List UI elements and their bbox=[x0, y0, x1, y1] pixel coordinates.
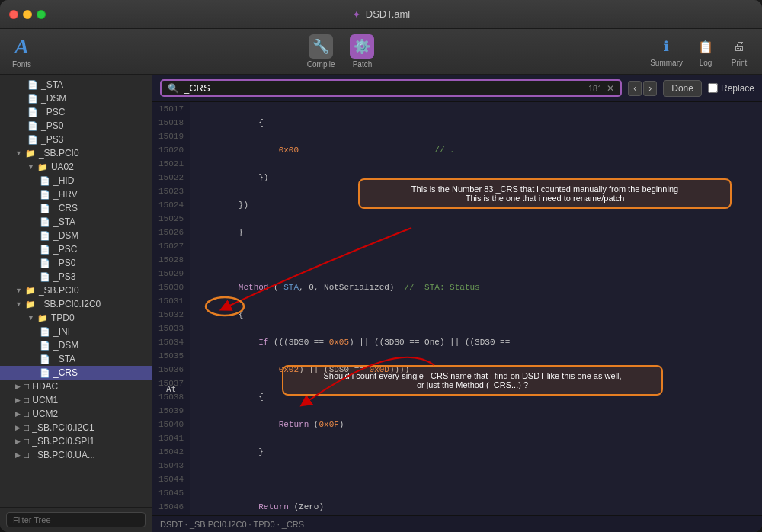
window-title: ✦ DSDT.aml bbox=[352, 8, 411, 21]
print-label: Print bbox=[732, 59, 748, 67]
sidebar-item-ps31[interactable]: 📄_PS3 bbox=[0, 133, 152, 146]
sidebar-item-crs1[interactable]: 📄_CRS bbox=[0, 201, 152, 215]
line-numbers: 15017 15018 15019 15020 15021 15022 1502… bbox=[152, 102, 190, 515]
filter-input[interactable] bbox=[6, 512, 146, 527]
sidebar-item-crs2[interactable]: 📄_CRS bbox=[0, 366, 152, 380]
patch-label: Patch bbox=[353, 60, 373, 69]
traffic-lights bbox=[9, 10, 46, 19]
fonts-label: Fonts bbox=[12, 60, 31, 69]
sidebar-item-ucm1[interactable]: ▶□UCM1 bbox=[0, 393, 152, 407]
sidebar-item-spi1[interactable]: ▶□_SB.PCI0.SPI1 bbox=[0, 434, 152, 448]
fonts-icon: A bbox=[14, 34, 29, 59]
search-input-wrap: 🔍 181 ✕ bbox=[160, 79, 622, 97]
sidebar-item-i2c1[interactable]: ▶□_SB.PCI0.I2C1 bbox=[0, 421, 152, 434]
sidebar-item-i2c0[interactable]: ▼📁_SB.PCI0.I2C0 bbox=[0, 297, 152, 311]
sidebar-item-sbpci0[interactable]: ▼📁_SB.PCI0 bbox=[0, 146, 152, 160]
compile-button[interactable]: 🔧 Compile bbox=[307, 34, 335, 69]
editor-area: 🔍 181 ✕ ‹ › Done Replace 15017 bbox=[152, 75, 762, 532]
search-clear-button[interactable]: ✕ bbox=[607, 83, 614, 94]
filter-area bbox=[0, 507, 152, 532]
sidebar: 📄_STA 📄_DSM 📄_PSC 📄_PS0 📄_PS3 ▼📁_SB.PCI0… bbox=[0, 75, 152, 532]
print-icon: 🖨 bbox=[728, 36, 750, 57]
sidebar-item-ua_[interactable]: ▶□_SB.PCI0.UA... bbox=[0, 448, 152, 462]
sidebar-item-ini1[interactable]: 📄_INI bbox=[0, 325, 152, 338]
patch-icon: ⚙️ bbox=[350, 34, 374, 59]
log-icon: 📋 bbox=[695, 36, 716, 57]
replace-label: Replace bbox=[721, 83, 754, 94]
sidebar-item-ps02[interactable]: 📄_PS0 bbox=[0, 256, 152, 270]
compile-icon: 🔧 bbox=[309, 34, 333, 59]
done-button[interactable]: Done bbox=[663, 80, 702, 97]
log-label: Log bbox=[700, 59, 712, 67]
search-prev-button[interactable]: ‹ bbox=[628, 81, 642, 96]
maximize-button[interactable] bbox=[37, 10, 46, 19]
sidebar-item-sta1[interactable]: 📄_STA bbox=[0, 78, 152, 91]
search-bar: 🔍 181 ✕ ‹ › Done Replace bbox=[152, 75, 762, 102]
compile-label: Compile bbox=[307, 60, 335, 69]
sidebar-item-hid1[interactable]: 📄_HID bbox=[0, 174, 152, 187]
summary-icon: ℹ bbox=[656, 36, 677, 57]
search-input[interactable] bbox=[184, 82, 584, 94]
sidebar-item-sta2[interactable]: 📄_STA bbox=[0, 215, 152, 229]
search-count: 181 bbox=[588, 84, 602, 93]
sidebar-item-dsm3[interactable]: 📄_DSM bbox=[0, 338, 152, 352]
fonts-tool[interactable]: A Fonts bbox=[12, 34, 31, 69]
titlebar: ✦ DSDT.aml bbox=[0, 0, 762, 29]
statusbar: DSDT · _SB.PCI0.I2C0 · TPD0 · _CRS bbox=[152, 515, 762, 532]
sidebar-item-ps01[interactable]: 📄_PS0 bbox=[0, 119, 152, 133]
replace-wrap: Replace bbox=[708, 83, 754, 94]
toolbar-right: ℹ Summary 📋 Log 🖨 Print bbox=[650, 36, 750, 67]
sidebar-item-ps32[interactable]: 📄_PS3 bbox=[0, 270, 152, 284]
status-path: DSDT · _SB.PCI0.I2C0 · TPD0 · _CRS bbox=[160, 520, 304, 529]
sidebar-item-dsm1[interactable]: 📄_DSM bbox=[0, 91, 152, 105]
sidebar-item-psc2[interactable]: 📄_PSC bbox=[0, 242, 152, 256]
file-tree[interactable]: 📄_STA 📄_DSM 📄_PSC 📄_PS0 📄_PS3 ▼📁_SB.PCI0… bbox=[0, 75, 152, 507]
code-editor[interactable]: 15017 15018 15019 15020 15021 15022 1502… bbox=[152, 102, 762, 515]
sidebar-item-psc1[interactable]: 📄_PSC bbox=[0, 105, 152, 119]
replace-checkbox[interactable] bbox=[708, 83, 718, 93]
print-button[interactable]: 🖨 Print bbox=[728, 36, 750, 67]
sidebar-item-tpd0[interactable]: ▼📁TPD0 bbox=[0, 311, 152, 325]
title-icon: ✦ bbox=[352, 8, 361, 21]
sidebar-item-hdac[interactable]: ▶□HDAC bbox=[0, 380, 152, 393]
summary-button[interactable]: ℹ Summary bbox=[650, 36, 683, 67]
main-content: 📄_STA 📄_DSM 📄_PSC 📄_PS0 📄_PS3 ▼📁_SB.PCI0… bbox=[0, 75, 762, 532]
sidebar-item-sta3[interactable]: 📄_STA bbox=[0, 352, 152, 366]
sidebar-item-ua02[interactable]: ▼📁UA02 bbox=[0, 160, 152, 174]
search-icon: 🔍 bbox=[168, 83, 179, 94]
search-nav: ‹ › bbox=[628, 81, 657, 96]
sidebar-item-sbpci02[interactable]: ▼📁_SB.PCI0 bbox=[0, 284, 152, 297]
patch-button[interactable]: ⚙️ Patch bbox=[350, 34, 374, 69]
summary-label: Summary bbox=[650, 59, 683, 67]
sidebar-item-hrv1[interactable]: 📄_HRV bbox=[0, 187, 152, 201]
code-content[interactable]: { 0x00 // . }) }) } Method (_STA, 0, Not… bbox=[190, 102, 762, 515]
sidebar-item-ucm2[interactable]: ▶□UCM2 bbox=[0, 407, 152, 421]
search-next-button[interactable]: › bbox=[643, 81, 657, 96]
minimize-button[interactable] bbox=[23, 10, 32, 19]
toolbar: A Fonts 🔧 Compile ⚙️ Patch ℹ Summary 📋 L… bbox=[0, 29, 762, 75]
close-button[interactable] bbox=[9, 10, 18, 19]
log-button[interactable]: 📋 Log bbox=[695, 36, 716, 67]
sidebar-item-dsm2[interactable]: 📄_DSM bbox=[0, 229, 152, 242]
main-window: ✦ DSDT.aml A Fonts 🔧 Compile ⚙️ Patch ℹ … bbox=[0, 0, 762, 532]
